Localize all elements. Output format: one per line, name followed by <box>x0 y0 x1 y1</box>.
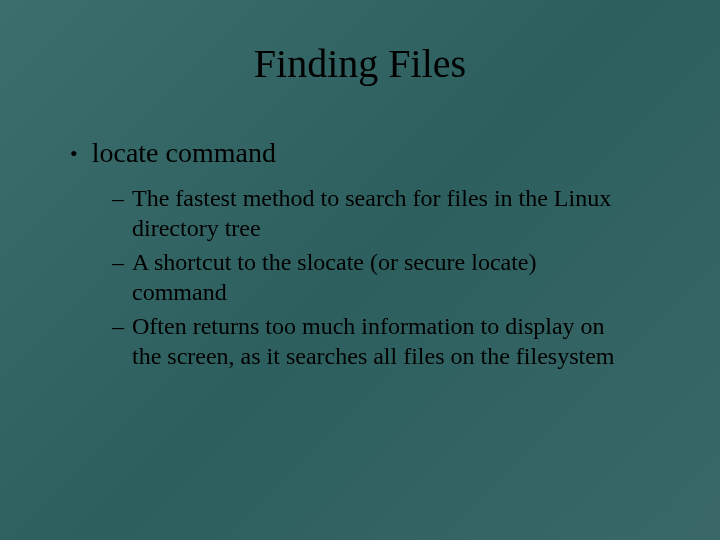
bullet-text: A shortcut to the slocate (or secure loc… <box>132 247 630 307</box>
bullet-level2: – The fastest method to search for files… <box>112 183 630 243</box>
bullet-marker: • <box>70 137 78 171</box>
bullet-level1: • locate command <box>70 137 670 171</box>
bullet-text: The fastest method to search for files i… <box>132 183 630 243</box>
slide-container: Finding Files • locate command – The fas… <box>0 0 720 540</box>
bullet-text: Often returns too much information to di… <box>132 311 630 371</box>
slide-title: Finding Files <box>50 40 670 87</box>
bullet-level2: – Often returns too much information to … <box>112 311 630 371</box>
dash-marker: – <box>112 311 124 341</box>
bullet-text: locate command <box>92 137 276 169</box>
dash-marker: – <box>112 247 124 277</box>
dash-marker: – <box>112 183 124 213</box>
bullet-level2: – A shortcut to the slocate (or secure l… <box>112 247 630 307</box>
